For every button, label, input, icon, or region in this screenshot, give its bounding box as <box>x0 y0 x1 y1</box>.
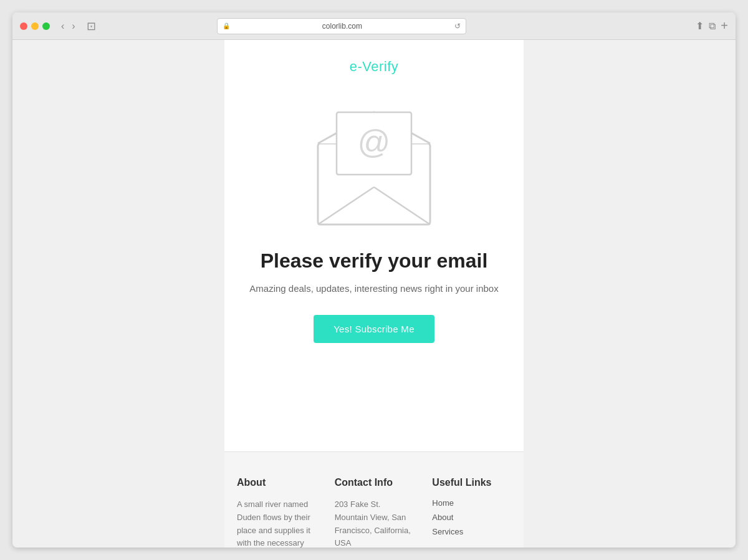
nav-buttons: ‹ › <box>59 19 78 33</box>
footer-about-title: About <box>237 477 316 488</box>
sub-description: Amazing deals, updates, interesting news… <box>249 281 498 296</box>
traffic-lights <box>20 22 50 30</box>
footer-links-column: Useful Links Home About Services <box>432 477 511 548</box>
logo: e-Verify <box>350 59 399 75</box>
refresh-button[interactable]: ↺ <box>454 22 461 31</box>
svg-text:@: @ <box>358 123 391 160</box>
footer-contact-address: 203 Fake St. Mountain View, San Francisc… <box>335 498 414 548</box>
minimize-button[interactable] <box>31 22 39 30</box>
share-button[interactable]: ⬆ <box>696 20 704 32</box>
sidebar-toggle-button[interactable]: ⊡ <box>83 18 100 34</box>
duplicate-tab-button[interactable]: ⧉ <box>709 21 716 32</box>
page-heading: Please verify your email <box>261 249 488 273</box>
footer-grid: About A small river named Duden flows by… <box>224 477 524 548</box>
browser-titlebar: ‹ › ⊡ 🔒 colorlib.com ↺ ⬆ ⧉ + <box>12 12 736 40</box>
lock-icon: 🔒 <box>223 22 230 29</box>
page-footer: About A small river named Duden flows by… <box>224 451 524 548</box>
footer-link-home[interactable]: Home <box>432 498 511 508</box>
browser-actions: ⬆ ⧉ + <box>696 19 728 33</box>
footer-link-services[interactable]: Services <box>432 527 511 536</box>
page-content: e-Verify @ Please verify your email <box>12 40 736 548</box>
footer-link-about[interactable]: About <box>432 513 511 522</box>
add-tab-button[interactable]: + <box>721 19 728 33</box>
close-button[interactable] <box>20 22 27 30</box>
footer-about-text: A small river named Duden flows by their… <box>237 498 316 548</box>
subscribe-button[interactable]: Yes! Subscribe Me <box>314 315 434 343</box>
address-bar[interactable]: 🔒 colorlib.com ↺ <box>217 18 466 34</box>
url-text: colorlib.com <box>234 22 451 31</box>
main-panel: e-Verify @ Please verify your email <box>224 40 524 451</box>
forward-button[interactable]: › <box>69 19 77 33</box>
footer-contact-title: Contact Info <box>335 477 414 488</box>
footer-links-title: Useful Links <box>432 477 511 488</box>
envelope-illustration: @ <box>299 94 449 231</box>
footer-about-column: About A small river named Duden flows by… <box>237 477 316 548</box>
maximize-button[interactable] <box>42 22 50 30</box>
back-button[interactable]: ‹ <box>59 19 67 33</box>
footer-contact-column: Contact Info 203 Fake St. Mountain View,… <box>335 477 414 548</box>
